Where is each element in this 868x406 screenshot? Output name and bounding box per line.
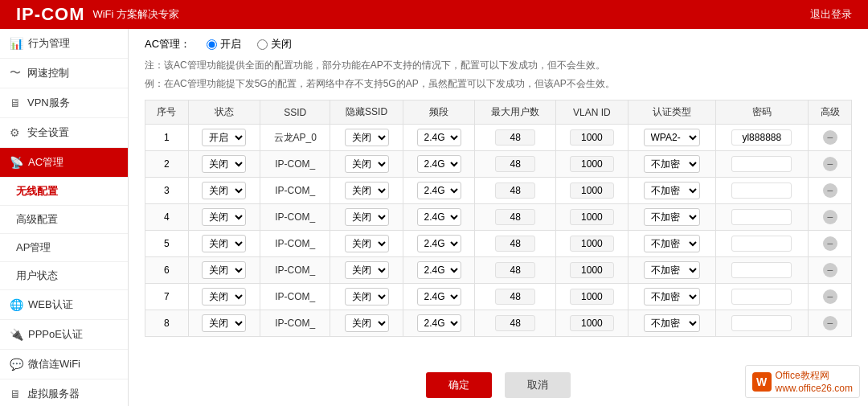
auth-select-4[interactable]: 不加密WPA2-WPA-WEP bbox=[644, 235, 700, 252]
vlan-input-4[interactable] bbox=[570, 236, 614, 252]
auth-select-7[interactable]: 不加密WPA2-WPA-WEP bbox=[644, 314, 700, 332]
cell-hide-ssid-5[interactable]: 开启关闭 bbox=[330, 257, 403, 284]
cell-hide-ssid-3[interactable]: 开启关闭 bbox=[330, 204, 403, 231]
delete-row-button-7[interactable]: − bbox=[823, 316, 837, 330]
delete-row-button-5[interactable]: − bbox=[823, 263, 837, 277]
vlan-input-7[interactable] bbox=[570, 315, 614, 331]
cell-band-4[interactable]: 2.4G5G bbox=[403, 231, 474, 257]
cell-band-0[interactable]: 2.4G5G bbox=[403, 125, 474, 151]
cell-advanced-7[interactable]: − bbox=[809, 310, 852, 337]
password-input-2[interactable] bbox=[731, 182, 792, 199]
cell-hide-ssid-7[interactable]: 开启关闭 bbox=[330, 310, 403, 337]
band-select-2[interactable]: 2.4G5G bbox=[417, 182, 461, 199]
auth-select-1[interactable]: 不加密WPA2-WPA-WEP bbox=[644, 155, 700, 173]
max-users-input-5[interactable] bbox=[495, 262, 535, 278]
cell-hide-ssid-6[interactable]: 开启关闭 bbox=[330, 284, 403, 310]
cell-status-7[interactable]: 开启关闭 bbox=[188, 310, 260, 337]
cell-vlan-1[interactable] bbox=[556, 151, 628, 178]
cell-status-0[interactable]: 开启关闭 bbox=[188, 125, 260, 151]
sidebar-item-behavior[interactable]: 📊 行为管理 bbox=[0, 29, 128, 59]
cancel-button[interactable]: 取消 bbox=[505, 372, 571, 398]
sidebar-item-virtual[interactable]: 🖥 虚拟服务器 bbox=[0, 379, 128, 406]
cell-auth-7[interactable]: 不加密WPA2-WPA-WEP bbox=[628, 310, 715, 337]
sidebar-sub-advanced[interactable]: 高级配置 bbox=[0, 206, 128, 234]
cell-advanced-0[interactable]: − bbox=[809, 125, 852, 151]
band-select-4[interactable]: 2.4G5G bbox=[417, 235, 461, 252]
sidebar-item-web[interactable]: 🌐 WEB认证 bbox=[0, 290, 128, 320]
cell-max-users-0[interactable] bbox=[475, 125, 556, 151]
cell-password-3[interactable] bbox=[715, 204, 809, 231]
sidebar-sub-ap[interactable]: AP管理 bbox=[0, 234, 128, 262]
cell-max-users-1[interactable] bbox=[475, 151, 556, 178]
auth-select-0[interactable]: 不加密WPA2-WPA-WEP bbox=[644, 129, 700, 146]
hide-ssid-select-0[interactable]: 开启关闭 bbox=[345, 129, 389, 146]
delete-row-button-1[interactable]: − bbox=[823, 157, 837, 171]
hide-ssid-select-1[interactable]: 开启关闭 bbox=[345, 155, 389, 173]
confirm-button[interactable]: 确定 bbox=[426, 372, 492, 398]
cell-status-5[interactable]: 开启关闭 bbox=[188, 257, 260, 284]
cell-vlan-6[interactable] bbox=[556, 284, 628, 310]
vlan-input-5[interactable] bbox=[570, 262, 614, 278]
max-users-input-2[interactable] bbox=[495, 182, 535, 199]
cell-advanced-5[interactable]: − bbox=[809, 257, 852, 284]
cell-max-users-6[interactable] bbox=[475, 284, 556, 310]
ac-off-label[interactable]: 关闭 bbox=[257, 37, 292, 51]
hide-ssid-select-5[interactable]: 开启关闭 bbox=[345, 261, 389, 279]
cell-band-1[interactable]: 2.4G5G bbox=[403, 151, 474, 178]
sidebar-item-ac[interactable]: 📡 AC管理 bbox=[0, 148, 128, 178]
password-input-6[interactable] bbox=[731, 289, 792, 305]
cell-auth-3[interactable]: 不加密WPA2-WPA-WEP bbox=[628, 204, 715, 231]
sidebar-sub-userstatus[interactable]: 用户状态 bbox=[0, 262, 128, 290]
cell-status-2[interactable]: 开启关闭 bbox=[188, 178, 260, 204]
status-select-5[interactable]: 开启关闭 bbox=[202, 261, 246, 279]
cell-advanced-2[interactable]: − bbox=[809, 178, 852, 204]
hide-ssid-select-2[interactable]: 开启关闭 bbox=[345, 182, 389, 199]
vlan-input-0[interactable] bbox=[570, 129, 614, 146]
sidebar-item-wechat[interactable]: 💬 微信连WiFi bbox=[0, 350, 128, 379]
band-select-0[interactable]: 2.4G5G bbox=[417, 129, 461, 146]
status-select-2[interactable]: 开启关闭 bbox=[202, 182, 246, 199]
password-input-0[interactable] bbox=[731, 129, 792, 146]
cell-max-users-5[interactable] bbox=[475, 257, 556, 284]
cell-hide-ssid-1[interactable]: 开启关闭 bbox=[330, 151, 403, 178]
cell-status-1[interactable]: 开启关闭 bbox=[188, 151, 260, 178]
band-select-7[interactable]: 2.4G5G bbox=[417, 314, 461, 332]
auth-select-5[interactable]: 不加密WPA2-WPA-WEP bbox=[644, 261, 700, 279]
cell-max-users-2[interactable] bbox=[475, 178, 556, 204]
cell-password-6[interactable] bbox=[715, 284, 809, 310]
hide-ssid-select-3[interactable]: 开启关闭 bbox=[345, 208, 389, 226]
cell-status-3[interactable]: 开启关闭 bbox=[188, 204, 260, 231]
cell-advanced-1[interactable]: − bbox=[809, 151, 852, 178]
delete-row-button-2[interactable]: − bbox=[823, 183, 837, 198]
sidebar-item-vpn[interactable]: 🖥 VPN服务 bbox=[0, 88, 128, 118]
cell-advanced-4[interactable]: − bbox=[809, 231, 852, 257]
band-select-5[interactable]: 2.4G5G bbox=[417, 261, 461, 279]
max-users-input-3[interactable] bbox=[495, 209, 535, 225]
cell-password-2[interactable] bbox=[715, 178, 809, 204]
vlan-input-6[interactable] bbox=[570, 289, 614, 305]
cell-band-7[interactable]: 2.4G5G bbox=[403, 310, 474, 337]
cell-password-7[interactable] bbox=[715, 310, 809, 337]
cell-password-0[interactable] bbox=[715, 125, 809, 151]
max-users-input-4[interactable] bbox=[495, 236, 535, 252]
cell-band-6[interactable]: 2.4G5G bbox=[403, 284, 474, 310]
cell-max-users-4[interactable] bbox=[475, 231, 556, 257]
status-select-7[interactable]: 开启关闭 bbox=[202, 314, 246, 332]
sidebar-sub-wireless[interactable]: 无线配置 bbox=[0, 178, 128, 206]
cell-vlan-2[interactable] bbox=[556, 178, 628, 204]
vlan-input-2[interactable] bbox=[570, 182, 614, 199]
cell-status-6[interactable]: 开启关闭 bbox=[188, 284, 260, 310]
max-users-input-0[interactable] bbox=[495, 129, 535, 146]
cell-max-users-3[interactable] bbox=[475, 204, 556, 231]
password-input-4[interactable] bbox=[731, 236, 792, 252]
delete-row-button-4[interactable]: − bbox=[823, 236, 837, 251]
ac-off-radio[interactable] bbox=[257, 39, 268, 50]
cell-auth-1[interactable]: 不加密WPA2-WPA-WEP bbox=[628, 151, 715, 178]
cell-band-3[interactable]: 2.4G5G bbox=[403, 204, 474, 231]
cell-advanced-3[interactable]: − bbox=[809, 204, 852, 231]
hide-ssid-select-6[interactable]: 开启关闭 bbox=[345, 288, 389, 306]
cell-max-users-7[interactable] bbox=[475, 310, 556, 337]
password-input-1[interactable] bbox=[731, 156, 792, 172]
delete-row-button-6[interactable]: − bbox=[823, 289, 837, 304]
password-input-7[interactable] bbox=[731, 315, 792, 331]
